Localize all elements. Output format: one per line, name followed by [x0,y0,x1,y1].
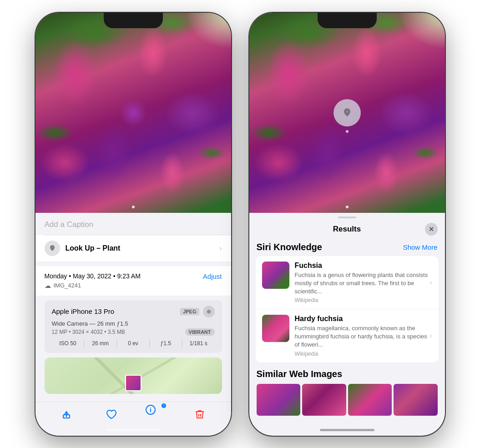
fuchsia-description: Fuchsia is a genus of flowering plants t… [295,271,432,296]
phone-1: Add a Caption Look Up – Plant › [35,13,231,436]
hardy-chevron-icon: › [430,332,432,339]
web-image-3[interactable] [348,384,392,416]
exif-focal: 26 mm [84,339,117,347]
device-name: Apple iPhone 13 Pro [52,307,115,315]
photo-display [35,13,231,213]
adjust-button[interactable]: Adjust [203,272,222,280]
siri-knowledge-header: Siri Knowledge Show More [249,239,445,256]
date-row: Monday • May 30, 2022 • 9:23 AM Adjust [45,272,222,280]
web-image-2[interactable] [302,384,346,416]
web-image-1[interactable] [257,384,301,416]
exif-row: ISO 50 26 mm 0 ev ƒ1.5 1/181 s [52,339,215,347]
web-images-grid [257,384,438,416]
fuchsia-name: Fuchsia [295,262,432,270]
photo-info-panel: Add a Caption Look Up – Plant › [35,213,231,394]
lookup-row[interactable]: Look Up – Plant › [35,235,231,262]
file-name: IMG_4241 [54,282,81,289]
date-text: Monday • May 30, 2022 • 9:23 AM [45,272,141,280]
favorite-button[interactable] [101,404,121,424]
share-button[interactable] [56,404,76,424]
hardy-fuchsia-item[interactable]: Hardy fuchsia Fuchsia magellanica, commo… [256,309,439,362]
exif-shutter: 1/181 s [182,339,215,347]
close-button[interactable]: ✕ [425,223,438,236]
show-more-button[interactable]: Show More [403,243,438,251]
exif-ev: 0 ev [117,339,150,347]
hardy-source: Wikipedia [295,351,432,357]
phone-1-screen: Add a Caption Look Up – Plant › [35,13,231,436]
fuchsia-content: Fuchsia Fuchsia is a genus of flowering … [295,262,432,304]
home-indicator[interactable] [106,429,161,431]
phone-2: Results ✕ Siri Knowledge Show More [249,13,445,436]
vibrant-badge: VIBRANT [185,328,215,336]
hardy-thumbnail [262,315,289,342]
scene: Add a Caption Look Up – Plant › [0,0,480,448]
exif-iso: ISO 50 [52,339,85,347]
knowledge-card: Fuchsia Fuchsia is a genus of flowering … [256,256,439,362]
results-panel: Results ✕ Siri Knowledge Show More [249,213,445,419]
siri-dot [346,130,349,133]
jpeg-badge: JPEG [180,308,199,315]
web-image-4[interactable] [394,384,438,416]
page-dot-2 [346,206,349,208]
results-header: Results ✕ [249,218,445,239]
siri-knowledge-title: Siri Knowledge [257,242,322,252]
phone-2-screen: Results ✕ Siri Knowledge Show More [249,13,445,436]
photo-display-2 [249,13,445,213]
notch-2 [318,13,377,28]
hardy-name: Hardy fuchsia [295,315,432,323]
chevron-right-icon: › [219,244,222,252]
lookup-icon [45,241,60,256]
exif-aperture: ƒ1.5 [150,339,182,347]
cloud-icon: ☁ [45,282,51,289]
info-badge-dot: i [161,403,167,409]
home-indicator-2[interactable] [320,429,374,431]
fuchsia-thumbnail [262,262,289,289]
fuchsia-item[interactable]: Fuchsia Fuchsia is a genus of flowering … [256,256,439,310]
results-title: Results [333,225,361,234]
device-top-row: Apple iPhone 13 Pro JPEG ⊕ [52,306,215,317]
hardy-description: Fuchsia magellanica, commonly known as t… [295,324,432,349]
specs-text: 12 MP • 3024 × 4032 • 3.5 MB [52,329,125,335]
file-row: ☁ IMG_4241 [45,282,222,289]
delete-button[interactable] [190,404,210,424]
camera-info: Wide Camera — 26 mm ƒ1.5 [52,320,215,327]
web-images-section: Similar Web Images [249,366,445,419]
notch [104,13,163,28]
web-images-title: Similar Web Images [257,369,438,379]
sky-overlay-2 [399,13,445,49]
siri-visual-lookup-button[interactable] [333,99,361,126]
location-map[interactable] [45,357,222,394]
map-photo-thumbnail [125,375,141,391]
device-info-card: Apple iPhone 13 Pro JPEG ⊕ Wide Camera —… [45,300,222,353]
location-badge: ⊕ [203,306,215,317]
fuchsia-source: Wikipedia [295,297,432,303]
lookup-label: Look Up – Plant [66,244,121,252]
photo-metadata: Monday • May 30, 2022 • 9:23 AM Adjust ☁… [35,266,231,296]
info-button[interactable]: i [145,404,165,424]
device-badges: JPEG ⊕ [180,306,214,317]
page-dot [132,206,135,208]
caption-input[interactable]: Add a Caption [35,213,231,235]
sky-overlay [186,13,231,49]
specs-row: 12 MP • 3024 × 4032 • 3.5 MB VIBRANT [52,328,215,336]
fuchsia-chevron-icon: › [430,279,432,286]
hardy-content: Hardy fuchsia Fuchsia magellanica, commo… [295,315,432,357]
